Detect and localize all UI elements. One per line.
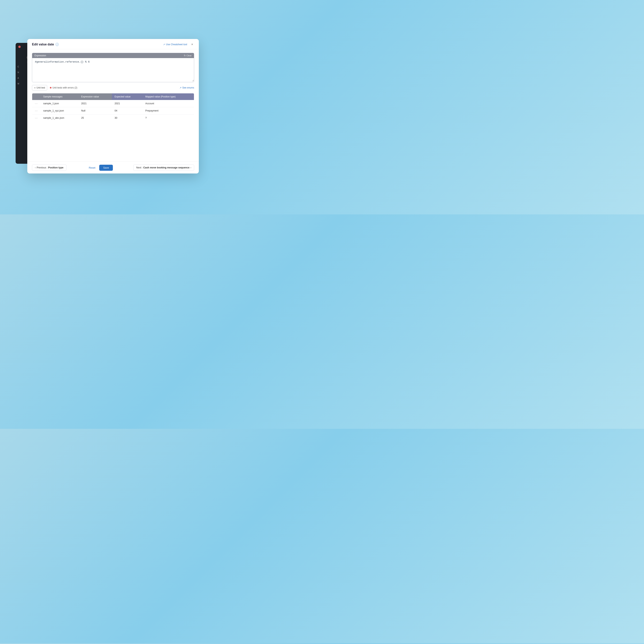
modal-title: Edit value date: [32, 43, 54, 46]
row-dots-button[interactable]: ···: [32, 114, 41, 122]
edit-value-date-modal: Edit value date i ↗ Use Cheatsheet tool …: [27, 39, 199, 173]
see-enums-label: See enums: [182, 86, 194, 89]
modal-body: Expression ↻ Clear #generalinformation.r…: [27, 49, 199, 162]
table-row: ···sample_1_abc.json2530?: [32, 114, 194, 122]
row-mapped-value: ?: [143, 114, 194, 122]
expression-header: Expression ↻ Clear: [32, 53, 194, 58]
errors-badge: Unit tests with errors (2): [50, 86, 77, 89]
unit-test-left: + Unit test Unit tests with errors (2): [32, 85, 77, 90]
chevron-left-icon: ‹: [35, 166, 36, 169]
table-row: ···sample_1_xyz.jsonNull04Prepayment: [32, 107, 194, 114]
expression-label: Expression: [35, 54, 46, 57]
row-sample-file: sample_1.json: [41, 100, 79, 107]
info-icon: i: [56, 43, 59, 46]
see-enums-button[interactable]: ↗ See enums: [180, 86, 194, 89]
sidebar-dot: [18, 46, 21, 48]
modal-title-row: Edit value date i: [32, 43, 59, 46]
next-label: Next : Cash move booking message sequenc…: [136, 166, 189, 169]
add-unit-test-label: Unit test: [36, 86, 45, 89]
table-row: ···sample_1.json20212021Account: [32, 100, 194, 107]
expression-textarea[interactable]: #generalinformation.reference.{} % 6: [32, 58, 194, 81]
unit-test-toolbar: + Unit test Unit tests with errors (2) ↗…: [32, 85, 194, 90]
row-expression-value: 2021: [78, 100, 112, 107]
error-dot-icon: [50, 87, 51, 88]
col-header-mapped: Mapped value (Position type): [143, 93, 194, 100]
next-button[interactable]: Next : Cash move booking message sequenc…: [133, 165, 194, 171]
errors-label: Unit tests with errors (2): [52, 86, 77, 89]
row-expression-value: 25: [78, 114, 112, 122]
close-button[interactable]: ×: [190, 42, 194, 46]
chevron-right-icon: ›: [190, 166, 191, 169]
external-link-icon: ↗: [163, 43, 165, 46]
previous-button[interactable]: ‹ Previous : Position type: [32, 165, 66, 171]
ext-link-icon-enums: ↗: [180, 86, 181, 89]
add-unit-test-button[interactable]: + Unit test: [32, 85, 47, 90]
row-mapped-value: Prepayment: [143, 107, 194, 114]
clear-button[interactable]: ↻ Clear: [184, 54, 192, 57]
cheatsheet-label: Use Cheatsheet tool: [166, 43, 187, 46]
row-sample-file: sample_1_abc.json: [41, 114, 79, 122]
refresh-icon: ↻: [184, 54, 186, 57]
row-expected-value: 30: [112, 114, 143, 122]
row-dots-button[interactable]: ···: [32, 107, 41, 114]
header-right: ↗ Use Cheatsheet tool ×: [163, 42, 194, 46]
row-mapped-value: Account: [143, 100, 194, 107]
col-header-sample: Sample messages: [41, 93, 79, 100]
save-button[interactable]: Save: [99, 165, 113, 171]
close-icon: ×: [191, 43, 193, 46]
row-expression-value: Null: [78, 107, 112, 114]
col-header-expected: Expected value: [112, 93, 143, 100]
col-header-expression: Expression value: [78, 93, 112, 100]
plus-icon: +: [34, 86, 36, 89]
unit-tests-table: Sample messages Expression value Expecte…: [32, 93, 194, 122]
footer-center: Reset Save: [87, 165, 113, 171]
cheatsheet-button[interactable]: ↗ Use Cheatsheet tool: [163, 43, 187, 46]
prev-label: Previous : Position type: [37, 166, 64, 169]
clear-label: Clear: [187, 54, 192, 57]
row-dots-button[interactable]: ···: [32, 100, 41, 107]
col-header-dots: [32, 93, 41, 100]
modal-header: Edit value date i ↗ Use Cheatsheet tool …: [27, 39, 199, 49]
row-sample-file: sample_1_xyz.json: [41, 107, 79, 114]
expression-box: Expression ↻ Clear #generalinformation.r…: [32, 53, 194, 82]
row-expected-value: 2021: [112, 100, 143, 107]
row-expected-value: 04: [112, 107, 143, 114]
modal-footer: ‹ Previous : Position type Reset Save Ne…: [27, 162, 199, 173]
reset-button[interactable]: Reset: [87, 165, 97, 171]
